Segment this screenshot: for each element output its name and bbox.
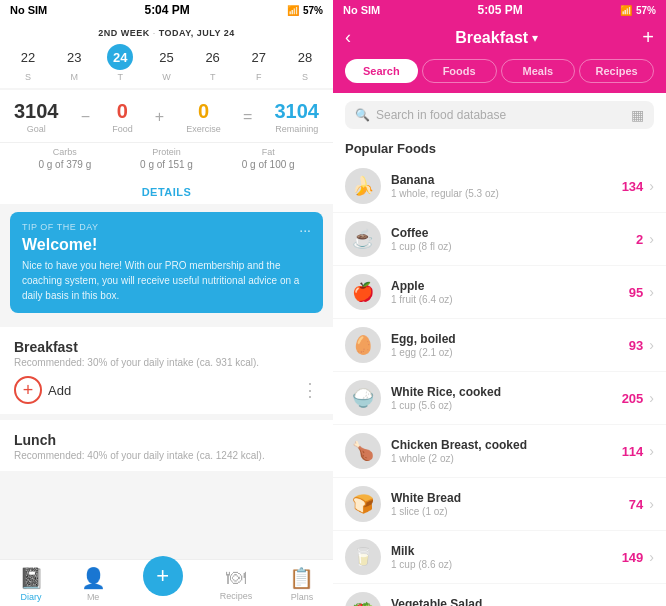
- nav-me[interactable]: 👤 Me: [81, 566, 106, 602]
- food-item[interactable]: 🍎 Apple 1 fruit (6.4 oz) 95 ›: [333, 266, 666, 319]
- day-number: 28: [292, 44, 318, 70]
- food-chevron-icon: ›: [649, 443, 654, 459]
- time-left: 5:04 PM: [144, 3, 189, 17]
- food-info: Banana 1 whole, regular (5.3 oz): [391, 173, 622, 199]
- tab-search[interactable]: Search: [345, 59, 418, 83]
- food-info: Egg, boiled 1 egg (2.1 oz): [391, 332, 629, 358]
- goal-label: Goal: [14, 124, 59, 134]
- food-calories: 74: [629, 497, 643, 512]
- recipes-label: Recipes: [220, 591, 253, 601]
- macros-bar: Carbs 0 g of 379 g Protein 0 g of 151 g …: [0, 142, 333, 178]
- food-name: Milk: [391, 544, 622, 558]
- back-button[interactable]: ‹: [345, 27, 351, 48]
- tip-text: Nice to have you here! With our PRO memb…: [22, 258, 311, 303]
- day-23[interactable]: 23 M: [56, 44, 92, 82]
- wifi-icon-right: 📶: [620, 5, 632, 16]
- food-calories: 93: [629, 338, 643, 353]
- food-desc: 1 whole (2 oz): [391, 453, 622, 464]
- remaining-number: 3104: [275, 100, 320, 123]
- food-item[interactable]: 🥚 Egg, boiled 1 egg (2.1 oz) 93 ›: [333, 319, 666, 372]
- day-letter: W: [162, 72, 171, 82]
- week-label: 2ND WEEK · TODAY, JULY 24: [10, 28, 323, 38]
- right-header: ‹ Breakfast ▾ +: [333, 20, 666, 59]
- food-name: Vegetable Salad: [391, 597, 629, 606]
- food-info: White Bread 1 slice (1 oz): [391, 491, 629, 517]
- battery-left: 57%: [303, 5, 323, 16]
- day-number: 22: [15, 44, 41, 70]
- day-28[interactable]: 28 S: [287, 44, 323, 82]
- days-row: 22 S 23 M 24 T 25 W 26 T 27 F 28 S: [10, 44, 323, 82]
- day-24[interactable]: 24 T: [102, 44, 138, 82]
- food-item[interactable]: 🍚 White Rice, cooked 1 cup (5.6 oz) 205 …: [333, 372, 666, 425]
- food-chevron-icon: ›: [649, 231, 654, 247]
- food-chevron-icon: ›: [649, 390, 654, 406]
- popular-label: Popular Foods: [333, 137, 666, 160]
- nav-plans[interactable]: 📋 Plans: [289, 566, 314, 602]
- carrier-left: No SIM: [10, 4, 47, 16]
- day-letter: S: [25, 72, 31, 82]
- dropdown-chevron-icon[interactable]: ▾: [532, 31, 538, 45]
- breakfast-more-icon[interactable]: ⋮: [301, 379, 319, 401]
- fat-label: Fat: [217, 147, 319, 157]
- day-number: 24: [107, 44, 133, 70]
- exercise-number: 0: [186, 100, 221, 123]
- foods-list: 🍌 Banana 1 whole, regular (5.3 oz) 134 ›…: [333, 160, 666, 606]
- fat-val: 0 g of 100 g: [217, 159, 319, 170]
- day-number: 27: [246, 44, 272, 70]
- food-item[interactable]: 🍞 White Bread 1 slice (1 oz) 74 ›: [333, 478, 666, 531]
- search-icon: 🔍: [355, 108, 370, 122]
- food-image: 🍞: [345, 486, 381, 522]
- food-calories: 149: [622, 550, 644, 565]
- status-bar-left: No SIM 5:04 PM 📶 57%: [0, 0, 333, 20]
- search-input[interactable]: Search in food database: [376, 108, 625, 122]
- day-22[interactable]: 22 S: [10, 44, 46, 82]
- food-desc: 1 cup (5.6 oz): [391, 400, 622, 411]
- food-name: White Bread: [391, 491, 629, 505]
- tab-foods[interactable]: Foods: [422, 59, 497, 83]
- nav-recipes[interactable]: 🍽 Recipes: [220, 566, 253, 602]
- food-image: 🥗: [345, 592, 381, 606]
- food-desc: 1 fruit (6.4 oz): [391, 294, 629, 305]
- me-icon: 👤: [81, 566, 106, 590]
- food-info: Vegetable Salad 1 cup (4.9 oz): [391, 597, 629, 606]
- bottom-nav: 📓 Diary 👤 Me + 🍽 Recipes 📋 Plans: [0, 559, 333, 606]
- food-info: Chicken Breast, cooked 1 whole (2 oz): [391, 438, 622, 464]
- day-letter: T: [118, 72, 124, 82]
- tip-dots[interactable]: ···: [299, 222, 311, 238]
- food-info: White Rice, cooked 1 cup (5.6 oz): [391, 385, 622, 411]
- right-panel: No SIM 5:05 PM 📶 57% ‹ Breakfast ▾ + Sea…: [333, 0, 666, 606]
- header-plus-button[interactable]: +: [642, 26, 654, 49]
- carbs-label: Carbs: [14, 147, 116, 157]
- add-circle-icon: +: [14, 376, 42, 404]
- food-item[interactable]: ☕ Coffee 1 cup (8 fl oz) 2 ›: [333, 213, 666, 266]
- calories-bar: 3104 Goal − 0 Food + 0 Exercise = 3104 R…: [0, 90, 333, 142]
- food-item[interactable]: 🥛 Milk 1 cup (8.6 oz) 149 ›: [333, 531, 666, 584]
- lunch-section: Lunch Recommended: 40% of your daily int…: [0, 420, 333, 471]
- food-name: Banana: [391, 173, 622, 187]
- food-item[interactable]: 🍗 Chicken Breast, cooked 1 whole (2 oz) …: [333, 425, 666, 478]
- nav-diary[interactable]: 📓 Diary: [19, 566, 44, 602]
- nav-add[interactable]: +: [143, 566, 183, 602]
- day-27[interactable]: 27 F: [241, 44, 277, 82]
- header-title: Breakfast: [455, 29, 528, 47]
- day-letter: F: [256, 72, 262, 82]
- add-breakfast-button[interactable]: + Add: [14, 376, 71, 404]
- food-image: ☕: [345, 221, 381, 257]
- food-chevron-icon: ›: [649, 178, 654, 194]
- barcode-icon[interactable]: ▦: [631, 107, 644, 123]
- food-image: 🍚: [345, 380, 381, 416]
- food-chevron-icon: ›: [649, 496, 654, 512]
- tip-label: TIP OF THE DAY: [22, 222, 311, 232]
- food-image: 🥚: [345, 327, 381, 363]
- day-26[interactable]: 26 T: [195, 44, 231, 82]
- carbs-macro: Carbs 0 g of 379 g: [14, 147, 116, 170]
- details-link[interactable]: DETAILS: [0, 178, 333, 204]
- food-item[interactable]: 🍌 Banana 1 whole, regular (5.3 oz) 134 ›: [333, 160, 666, 213]
- food-item[interactable]: 🥗 Vegetable Salad 1 cup (4.9 oz) 22 ›: [333, 584, 666, 606]
- tab-recipes[interactable]: Recipes: [579, 59, 654, 83]
- plans-icon: 📋: [289, 566, 314, 590]
- tip-title: Welcome!: [22, 236, 311, 254]
- food-chevron-icon: ›: [649, 549, 654, 565]
- tab-meals[interactable]: Meals: [501, 59, 576, 83]
- day-25[interactable]: 25 W: [148, 44, 184, 82]
